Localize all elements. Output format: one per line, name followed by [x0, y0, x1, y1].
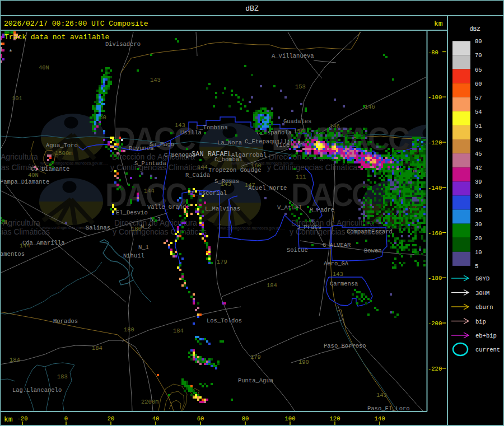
svg-text:36: 36	[475, 193, 482, 199]
svg-text:www.contingencias.mendoza.gov.: www.contingencias.mendoza.gov.ar.....	[217, 226, 285, 231]
svg-text:50YD: 50YD	[475, 275, 489, 282]
svg-text:Los_Toldos: Los_Toldos	[207, 317, 242, 324]
svg-text:Track data not available: Track data not available	[4, 33, 109, 41]
svg-text:80: 80	[475, 38, 482, 45]
svg-text:Divisadero: Divisadero	[105, 41, 141, 48]
svg-text:60: 60	[475, 81, 482, 87]
svg-text:42: 42	[475, 165, 482, 171]
svg-text:5: 5	[475, 263, 478, 270]
svg-text:40N: 40N	[39, 64, 49, 71]
svg-text:R_Padre: R_Padre	[310, 207, 334, 213]
svg-text:La_Nora: La_Nora	[217, 139, 242, 146]
svg-text:65: 65	[475, 67, 482, 73]
svg-text:147: 147	[245, 182, 255, 189]
svg-text:40: 40	[152, 415, 160, 422]
svg-text:80: 80	[242, 415, 249, 422]
svg-text:143: 143	[333, 271, 343, 278]
svg-text:dBZ: dBZ	[245, 4, 259, 13]
svg-text:-200: -200	[428, 320, 442, 327]
svg-text:Lag.Llancanelo: Lag.Llancanelo	[12, 387, 62, 394]
svg-text:179: 179	[217, 259, 227, 265]
svg-text:111: 111	[296, 174, 306, 180]
svg-text:30HM: 30HM	[475, 290, 489, 297]
svg-text:km: km	[4, 415, 13, 424]
svg-text:-20: -20	[17, 415, 28, 422]
svg-text:R_Caída: R_Caída	[185, 172, 210, 179]
svg-text:S_Pintada: S_Pintada	[134, 160, 166, 167]
svg-text:-220: -220	[428, 366, 442, 372]
svg-text:y Contingencias Climáticas: y Contingencias Climáticas	[113, 227, 207, 236]
svg-text:143: 143	[376, 392, 387, 399]
svg-text:2200m: 2200m	[141, 399, 159, 405]
svg-text:-120: -120	[428, 139, 442, 146]
svg-text:G_ALVEAR: G_ALVEAR	[323, 242, 351, 249]
svg-text:Paso_Borroso: Paso_Borroso	[324, 343, 366, 349]
svg-text:El_Desvio: El_Desvio	[116, 209, 148, 216]
svg-text:144: 144	[20, 242, 30, 249]
svg-text:35: 35	[475, 207, 482, 214]
svg-text:Salinas: Salinas	[86, 224, 110, 231]
svg-text:180: 180	[124, 326, 134, 333]
svg-text:km: km	[434, 20, 443, 28]
svg-text:180: 180	[131, 226, 142, 232]
svg-text:eburn: eburn	[475, 304, 493, 311]
svg-text:Sa_Mago: Sa_Mago	[150, 141, 174, 148]
svg-text:N_1: N_1	[138, 244, 149, 251]
svg-text:Pampa_Diamante: Pampa_Diamante	[0, 179, 49, 185]
svg-text:140: 140	[375, 415, 385, 422]
svg-text:120: 120	[330, 415, 340, 422]
svg-text:-100: -100	[428, 94, 442, 101]
svg-text:183: 183	[57, 373, 68, 380]
svg-text:Soitue: Soitue	[287, 247, 308, 254]
svg-text:Usilla: Usilla	[180, 129, 202, 136]
svg-text:153: 153	[295, 83, 306, 90]
svg-text:146: 146	[365, 104, 375, 110]
svg-text:Punta_Agua: Punta_Agua	[238, 377, 273, 384]
svg-text:60: 60	[197, 415, 204, 422]
svg-text:20: 20	[475, 235, 482, 242]
svg-text:51: 51	[475, 123, 482, 129]
svg-text:39: 39	[475, 179, 482, 185]
svg-text:70: 70	[475, 52, 482, 59]
svg-text:30: 30	[475, 221, 482, 228]
svg-text:*: *	[8, 48, 13, 57]
svg-text:2026/02/17 00:26:00 UTC Compos: 2026/02/17 00:26:00 UTC Composite	[4, 20, 148, 28]
svg-text:SAN_RAFAEL: SAN_RAFAEL	[192, 151, 232, 158]
svg-text:40N: 40N	[28, 172, 39, 179]
svg-text:J_Prats: J_Prats	[297, 224, 321, 231]
svg-text:Bowen: Bowen	[364, 247, 382, 254]
svg-text:Agua_Toro: Agua_Toro	[46, 142, 78, 149]
svg-text:45: 45	[475, 151, 482, 157]
svg-text:100: 100	[285, 415, 296, 422]
svg-text:184: 184	[92, 345, 102, 352]
svg-text:-160: -160	[428, 230, 442, 237]
svg-text:eb+bip: eb+bip	[475, 333, 497, 339]
svg-text:Aero_GA: Aero_GA	[324, 260, 349, 267]
svg-text:184: 184	[10, 357, 20, 363]
svg-text:dBZ: dBZ	[470, 26, 480, 32]
svg-text:190: 190	[298, 359, 309, 366]
svg-text:bip: bip	[475, 319, 486, 325]
svg-text:48: 48	[475, 137, 482, 143]
svg-text:143: 143	[175, 122, 185, 129]
svg-text:A_Villanueva: A_Villanueva	[272, 53, 314, 59]
svg-text:160: 160	[251, 162, 262, 169]
svg-text:Guadales: Guadales	[283, 118, 311, 125]
svg-text:Nihuil: Nihuil	[123, 252, 144, 259]
svg-text:143: 143	[150, 77, 161, 83]
svg-text:Morados: Morados	[53, 318, 78, 325]
svg-text:L_Malvinas: L_Malvinas	[205, 205, 240, 212]
svg-text:57: 57	[475, 95, 482, 101]
svg-text:20: 20	[108, 415, 115, 422]
svg-text:amentos: amentos	[0, 251, 25, 258]
svg-text:Valle_Grande: Valle_Grande	[147, 204, 190, 210]
svg-text:184: 184	[267, 282, 277, 289]
svg-text:143: 143	[221, 181, 231, 188]
svg-text:144: 144	[144, 188, 155, 194]
svg-text:-140: -140	[428, 185, 442, 191]
svg-text:-180: -180	[428, 275, 442, 282]
svg-text:1500m: 1500m	[55, 150, 73, 157]
svg-text:N_2: N_2	[141, 223, 151, 230]
svg-text:54: 54	[475, 109, 482, 115]
svg-text:144: 144	[197, 164, 208, 171]
